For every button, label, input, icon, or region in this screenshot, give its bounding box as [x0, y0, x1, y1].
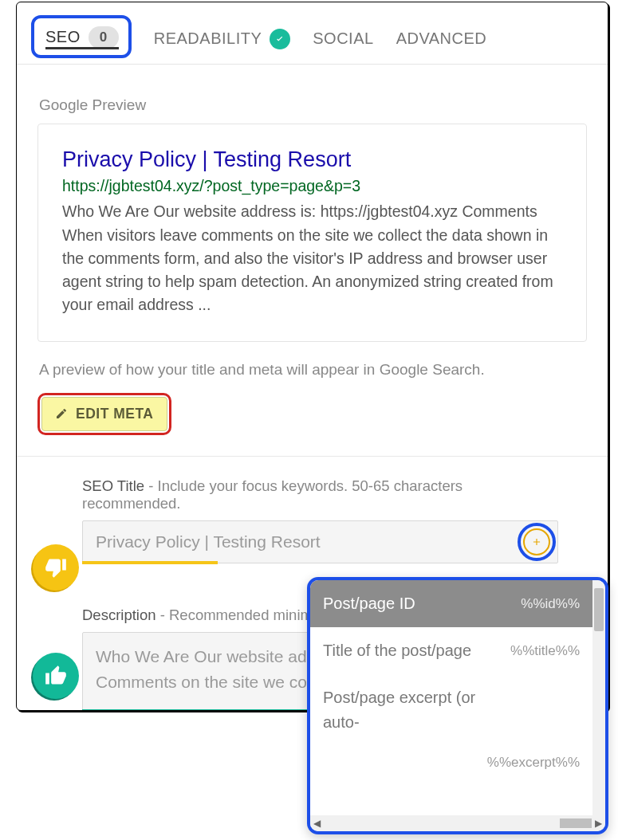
plus-icon — [531, 536, 542, 548]
seo-title-row — [82, 520, 558, 563]
edit-meta-button[interactable]: EDIT META — [41, 397, 167, 431]
tab-readability[interactable]: READABILITY — [154, 14, 291, 64]
dropdown-body: Post/page ID %%id%% Title of the post/pa… — [310, 580, 605, 815]
tab-advanced[interactable]: ADVANCED — [396, 14, 487, 64]
edit-meta-highlight: EDIT META — [37, 393, 171, 435]
tab-social-label: SOCIAL — [313, 29, 373, 48]
dropdown-vertical-scrollbar[interactable] — [592, 580, 605, 815]
google-preview-label: Google Preview — [39, 96, 587, 114]
dropdown-item-excerpt-cont: %%excerpt%% — [310, 746, 592, 775]
pencil-icon — [55, 407, 68, 420]
edit-meta-label: EDIT META — [76, 406, 154, 422]
dropdown-horizontal-scrollbar[interactable]: ◀ ▶ — [310, 815, 605, 831]
scroll-left-arrow-icon[interactable]: ◀ — [312, 818, 322, 829]
tab-seo[interactable]: SEO 0 — [45, 26, 119, 49]
tabs-bar: SEO 0 READABILITY SOCIAL ADVANCED — [17, 2, 608, 65]
google-preview-card: Privacy Policy | Testing Resort https://… — [37, 124, 587, 342]
tab-social[interactable]: SOCIAL — [313, 14, 373, 64]
scroll-right-arrow-icon[interactable]: ▶ — [593, 818, 604, 829]
tab-advanced-label: ADVANCED — [396, 29, 487, 48]
check-icon — [270, 29, 290, 49]
scrollbar-track[interactable] — [324, 818, 592, 828]
tab-readability-label: READABILITY — [154, 29, 262, 48]
scrollbar-thumb-h[interactable] — [560, 818, 592, 828]
dropdown-item-title[interactable]: Title of the post/page %%title%% — [310, 627, 592, 674]
thumbs-down-icon — [33, 544, 79, 591]
dropdown-item-post-id[interactable]: Post/page ID %%id%% — [310, 580, 592, 627]
google-preview-url: https://jgbtest04.xyz/?post_type=page&p=… — [62, 177, 562, 195]
google-preview-description: Who We Are Our website address is: https… — [62, 200, 562, 316]
tab-seo-count: 0 — [89, 26, 119, 49]
variable-dropdown: Post/page ID %%id%% Title of the post/pa… — [307, 577, 608, 834]
tab-seo-label: SEO — [45, 28, 81, 46]
scrollbar-thumb[interactable] — [594, 588, 604, 631]
seo-title-label: SEO Title - Include your focus keywords.… — [82, 477, 558, 512]
dropdown-item-excerpt[interactable]: Post/page excerpt (or auto- — [310, 674, 592, 746]
seo-title-input[interactable] — [82, 520, 558, 563]
seo-tab-highlight: SEO 0 — [31, 15, 132, 58]
google-preview-title: Privacy Policy | Testing Resort — [62, 147, 562, 172]
preview-help-text: A preview of how your title and meta wil… — [39, 361, 587, 379]
seo-title-underline — [82, 561, 218, 564]
thumbs-up-icon — [33, 653, 79, 699]
add-variable-button[interactable] — [523, 528, 550, 555]
